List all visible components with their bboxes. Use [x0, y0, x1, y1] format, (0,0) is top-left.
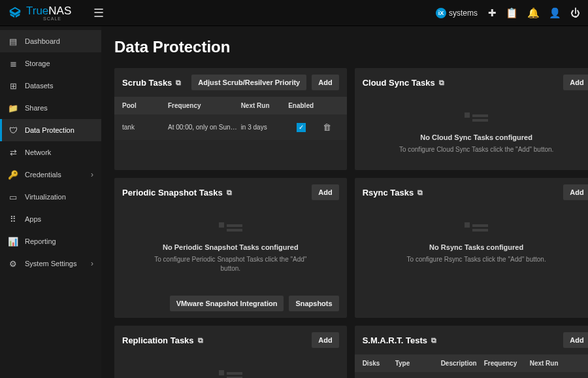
- periodic-snapshot-tasks-card: Periodic Snapshot Tasks⧉ Add No Periodic…: [114, 178, 347, 318]
- add-button[interactable]: Add: [563, 332, 588, 348]
- datasets-icon: ⊞: [8, 80, 18, 91]
- col-frequency: Frequency: [168, 102, 241, 109]
- bell-icon[interactable]: 🔔: [527, 7, 540, 19]
- empty-title: No Rsync Tasks configured: [363, 243, 588, 251]
- checkbox-checked-icon[interactable]: ✓: [297, 123, 306, 132]
- sidebar-item-label: Virtualization: [25, 193, 66, 201]
- power-icon[interactable]: ⏻: [570, 7, 580, 18]
- logo[interactable]: TrueNAS SCALE: [8, 5, 71, 21]
- sidebar: ▤Dashboard ≣Storage ⊞Datasets 📁Shares 🛡D…: [0, 26, 101, 378]
- cloud-sync-tasks-card: Cloud Sync Tasks⧉ Add No Cloud Sync Task…: [355, 68, 588, 170]
- sidebar-item-shares[interactable]: 📁Shares: [0, 97, 101, 119]
- virtualization-icon: ▭: [8, 192, 18, 202]
- empty-title: No Periodic Snapshot Tasks configured: [122, 243, 339, 251]
- storage-icon: ≣: [8, 58, 18, 69]
- rsync-tasks-card: Rsync Tasks⧉ Add No Rsync Tasks configur…: [355, 178, 588, 318]
- empty-list-icon: [363, 222, 588, 237]
- card-title: Cloud Sync Tasks⧉: [363, 78, 559, 88]
- shares-icon: 📁: [8, 103, 18, 113]
- delete-icon[interactable]: 🗑: [323, 122, 331, 132]
- sidebar-item-label: Credentials: [25, 171, 61, 179]
- main-content: Data Protection Scrub Tasks⧉ Adjust Scru…: [101, 26, 588, 378]
- table-row[interactable]: sda CONVEYA… for docume… At 13:00, ev… i…: [355, 372, 588, 378]
- logo-text: TrueNAS: [26, 5, 71, 18]
- sidebar-item-label: Dashboard: [25, 37, 60, 45]
- cell-frequency: At 00:00, only on Sun…: [168, 124, 241, 131]
- key-icon: 🔑: [8, 169, 18, 180]
- sidebar-item-credentials[interactable]: 🔑Credentials›: [0, 163, 101, 186]
- empty-subtitle: To configure Cloud Sync Tasks click the …: [398, 145, 555, 154]
- col-next-run: Next Run: [241, 102, 287, 109]
- reporting-icon: 📊: [8, 236, 18, 247]
- status-icon[interactable]: ✚: [488, 7, 497, 19]
- sidebar-item-label: Datasets: [25, 82, 53, 90]
- vmware-snapshot-button[interactable]: VMware Snapshot Integration: [170, 296, 284, 311]
- open-in-new-icon[interactable]: ⧉: [176, 78, 181, 87]
- sidebar-item-apps[interactable]: ⠿Apps: [0, 208, 101, 230]
- add-button[interactable]: Add: [312, 332, 338, 348]
- cell-pool: tank: [122, 124, 168, 131]
- empty-subtitle: To configure Rsync Tasks click the "Add"…: [398, 255, 555, 264]
- card-title: Periodic Snapshot Tasks⧉: [122, 188, 306, 198]
- logo-subtext: SCALE: [43, 16, 71, 21]
- sidebar-item-datasets[interactable]: ⊞Datasets: [0, 75, 101, 97]
- table-row[interactable]: tank At 00:00, only on Sun… in 3 days ✓ …: [114, 114, 347, 140]
- sidebar-item-label: Apps: [25, 215, 41, 223]
- replication-tasks-card: Replication Tasks⧉ Add No Replication Ta…: [114, 326, 347, 378]
- chevron-right-icon: ›: [91, 259, 93, 268]
- apps-icon: ⠿: [8, 214, 18, 224]
- ix-badge-icon: iX: [436, 8, 446, 18]
- col-disks: Disks: [363, 360, 395, 367]
- open-in-new-icon[interactable]: ⧉: [439, 78, 444, 87]
- truenas-logo-icon: [8, 6, 22, 20]
- col-frequency: Frequency: [484, 360, 530, 367]
- smart-tests-card: S.M.A.R.T. Tests⧉ Add Disks Type Descrip…: [355, 326, 588, 378]
- empty-title: No Cloud Sync Tasks configured: [363, 133, 588, 141]
- ixsystems-link[interactable]: iX systems: [436, 8, 478, 18]
- sidebar-item-reporting[interactable]: 📊Reporting: [0, 230, 101, 252]
- snapshots-button[interactable]: Snapshots: [289, 296, 338, 311]
- sidebar-item-label: Network: [25, 148, 51, 156]
- sidebar-item-virtualization[interactable]: ▭Virtualization: [0, 186, 101, 208]
- add-button[interactable]: Add: [312, 184, 338, 200]
- card-title: S.M.A.R.T. Tests⧉: [363, 335, 559, 345]
- page-title: Data Protection: [114, 38, 575, 56]
- sidebar-item-label: Data Protection: [25, 126, 74, 134]
- empty-list-icon: [122, 370, 339, 378]
- topbar: TrueNAS SCALE ☰ iX systems ✚ 📋 🔔 👤 ⏻: [0, 0, 588, 26]
- sidebar-item-network[interactable]: ⇄Network: [0, 141, 101, 163]
- table-header: Pool Frequency Next Run Enabled: [114, 97, 347, 114]
- card-title: Scrub Tasks⧉: [122, 78, 186, 88]
- empty-subtitle: To configure Periodic Snapshot Tasks cli…: [152, 255, 309, 273]
- sidebar-item-data-protection[interactable]: 🛡Data Protection: [0, 119, 101, 141]
- cell-enabled: ✓: [287, 123, 319, 132]
- account-icon[interactable]: 👤: [549, 7, 561, 19]
- menu-toggle-icon[interactable]: ☰: [93, 6, 104, 20]
- open-in-new-icon[interactable]: ⧉: [417, 188, 423, 197]
- col-enabled: Enabled: [287, 102, 319, 109]
- add-button[interactable]: Add: [563, 184, 588, 200]
- network-icon: ⇄: [8, 147, 18, 158]
- sidebar-item-dashboard[interactable]: ▤Dashboard: [0, 30, 101, 52]
- open-in-new-icon[interactable]: ⧉: [431, 336, 436, 345]
- open-in-new-icon[interactable]: ⧉: [198, 336, 203, 345]
- empty-state: No Cloud Sync Tasks configured To config…: [355, 97, 588, 170]
- col-next-run: Next Run: [530, 360, 572, 367]
- col-type: Type: [395, 360, 441, 367]
- add-button[interactable]: Add: [312, 75, 338, 90]
- sidebar-item-label: Reporting: [25, 237, 56, 245]
- table-header: Disks Type Description Frequency Next Ru…: [355, 354, 588, 372]
- card-title: Rsync Tasks⧉: [363, 188, 559, 198]
- sidebar-item-system-settings[interactable]: ⚙System Settings›: [0, 252, 101, 275]
- open-in-new-icon[interactable]: ⧉: [227, 188, 232, 197]
- sidebar-item-label: System Settings: [25, 260, 76, 267]
- add-button[interactable]: Add: [563, 75, 588, 90]
- clipboard-icon[interactable]: 📋: [506, 7, 518, 19]
- empty-state: No Periodic Snapshot Tasks configured To…: [114, 207, 347, 289]
- col-description: Description: [441, 360, 484, 367]
- ix-text: systems: [449, 9, 478, 18]
- adjust-scrub-priority-button[interactable]: Adjust Scrub/Resilver Priority: [191, 75, 306, 90]
- sidebar-item-storage[interactable]: ≣Storage: [0, 52, 101, 75]
- empty-state: No Replication Tasks configured To confi…: [114, 354, 347, 378]
- empty-state: No Rsync Tasks configured To configure R…: [355, 207, 588, 280]
